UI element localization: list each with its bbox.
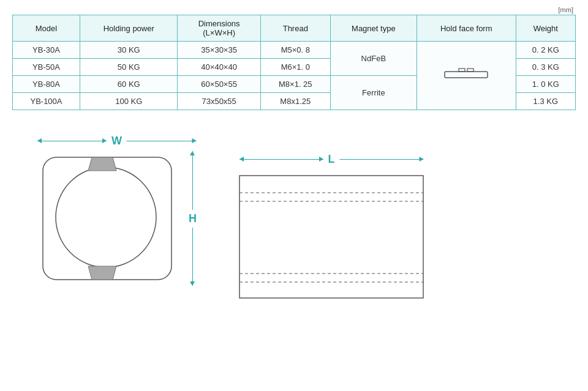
h-label: H bbox=[189, 212, 197, 225]
cell-hold-face bbox=[417, 42, 516, 110]
cell-model: YB-80A bbox=[13, 76, 80, 93]
cell-thread: M6×1. 0 bbox=[260, 59, 330, 76]
cell-model: YB-50A bbox=[13, 59, 80, 76]
cell-holding: 50 KG bbox=[80, 59, 178, 76]
cell-magnet-ferrite: Ferrite bbox=[330, 76, 417, 110]
side-view-svg bbox=[233, 169, 429, 304]
cell-holding: 30 KG bbox=[80, 42, 178, 59]
cell-dimensions: 40×40×40 bbox=[178, 59, 260, 76]
mm-label: [mm] bbox=[12, 6, 576, 13]
l-label: L bbox=[328, 153, 335, 166]
col-header-holding: Holding power bbox=[80, 15, 178, 42]
svg-rect-3 bbox=[43, 157, 172, 280]
cell-dimensions: 35×30×35 bbox=[178, 42, 260, 59]
front-view: W H bbox=[37, 135, 197, 286]
side-view: L bbox=[233, 153, 429, 304]
w-dimension-row: W bbox=[37, 135, 197, 147]
cell-magnet-ndFeb: NdFeB bbox=[330, 42, 417, 76]
l-dimension-row: L bbox=[239, 153, 423, 166]
diagrams-section: W H L bbox=[12, 128, 576, 310]
svg-point-4 bbox=[56, 167, 156, 267]
front-view-svg bbox=[37, 151, 184, 286]
h-dimension-col: H bbox=[189, 151, 197, 286]
cell-holding: 100 KG bbox=[80, 93, 178, 110]
cell-weight: 0. 2 KG bbox=[516, 42, 575, 59]
col-header-holdface: Hold face form bbox=[417, 15, 516, 42]
table-row: YB-30A30 KG35×30×35M5×0. 8NdFeB 0. 2 KG bbox=[13, 42, 576, 59]
cell-thread: M8×1. 25 bbox=[260, 76, 330, 93]
w-label: W bbox=[111, 135, 122, 147]
cell-weight: 1. 0 KG bbox=[516, 76, 575, 93]
cell-model: YB-100A bbox=[13, 93, 80, 110]
cell-weight: 1.3 KG bbox=[516, 93, 575, 110]
col-header-weight: Weight bbox=[516, 15, 575, 42]
col-header-thread: Thread bbox=[260, 15, 330, 42]
hold-face-form-svg bbox=[442, 62, 491, 87]
svg-rect-0 bbox=[445, 72, 488, 78]
cell-holding: 60 KG bbox=[80, 76, 178, 93]
col-header-magnet: Magnet type bbox=[330, 15, 417, 42]
cell-dimensions: 60×50×55 bbox=[178, 76, 260, 93]
col-header-model: Model bbox=[13, 15, 80, 42]
cell-dimensions: 73x50x55 bbox=[178, 93, 260, 110]
front-view-container: H bbox=[37, 151, 197, 286]
cell-thread: M5×0. 8 bbox=[260, 42, 330, 59]
cell-model: YB-30A bbox=[13, 42, 80, 59]
cell-weight: 0. 3 KG bbox=[516, 59, 575, 76]
col-header-dimensions: Dimensions(L×W×H) bbox=[178, 15, 260, 42]
svg-rect-7 bbox=[239, 176, 423, 298]
svg-marker-6 bbox=[88, 266, 116, 280]
svg-marker-5 bbox=[88, 157, 116, 171]
cell-thread: M8x1.25 bbox=[260, 93, 330, 110]
spec-table: Model Holding power Dimensions(L×W×H) Th… bbox=[12, 15, 576, 110]
